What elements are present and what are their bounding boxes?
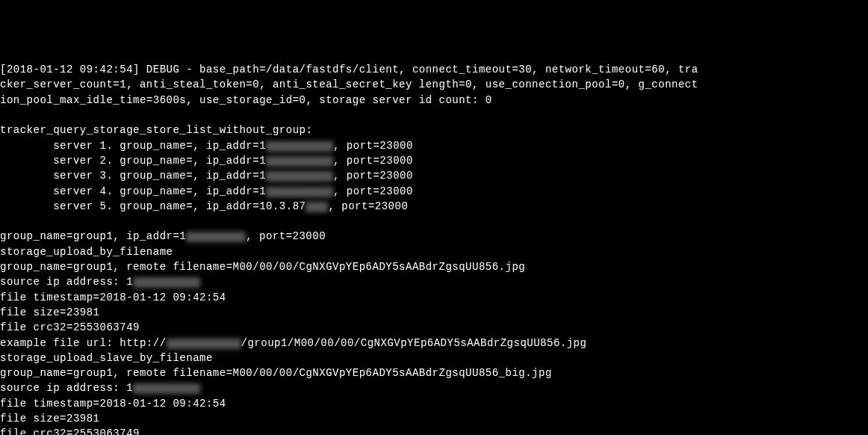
text: server 2. group_name=, ip_addr=1	[0, 155, 266, 167]
text: /group1/M00/00/00/CgNXGVpYEp6ADY5sAABdrZ…	[241, 337, 587, 349]
upload-slave: storage_upload_slave_by_filename	[0, 351, 868, 365]
debug-line: [2018-01-12 09:42:54] DEBUG - base_path=…	[0, 62, 868, 77]
blank-line	[0, 108, 868, 123]
redacted-ip	[266, 171, 333, 182]
terminal-output[interactable]: [2018-01-12 09:42:54] DEBUG - base_path=…	[0, 62, 868, 435]
remote-filename: group_name=group1, remote filename=M00/0…	[0, 259, 868, 274]
text: source ip address: 1	[0, 276, 133, 288]
server-entry: server 4. group_name=, ip_addr=1, port=2…	[0, 184, 868, 199]
file-timestamp: file timestamp=2018-01-12 09:42:54	[0, 396, 868, 411]
debug-line: cker_server_count=1, anti_steal_token=0,…	[0, 77, 868, 92]
text: server 1. group_name=, ip_addr=1	[0, 140, 266, 152]
file-crc32: file crc32=2553063749	[0, 426, 868, 435]
text: server 3. group_name=, ip_addr=1	[0, 170, 266, 182]
redacted-ip	[133, 277, 200, 288]
server-entry: server 3. group_name=, ip_addr=1, port=2…	[0, 168, 868, 183]
text: , port=23000	[328, 200, 408, 212]
text: , port=23000	[333, 140, 413, 152]
blank-line	[0, 214, 868, 229]
text: , port=23000	[333, 185, 413, 197]
text: , port=23000	[246, 230, 326, 242]
text: , port=23000	[333, 170, 413, 182]
source-ip: source ip address: 1	[0, 274, 868, 289]
redacted-ip	[133, 383, 200, 394]
server-entry: server 2. group_name=, ip_addr=1, port=2…	[0, 153, 868, 168]
remote-filename-big: group_name=group1, remote filename=M00/0…	[0, 365, 868, 380]
redacted-host	[167, 339, 241, 349]
file-crc32: file crc32=2553063749	[0, 320, 868, 335]
file-size: file size=23981	[0, 411, 868, 426]
text: , port=23000	[333, 155, 413, 167]
text: source ip address: 1	[0, 382, 133, 394]
redacted-ip	[266, 187, 333, 197]
text: example file url: http://	[0, 337, 167, 349]
source-ip: source ip address: 1	[0, 380, 868, 395]
debug-line: ion_pool_max_idle_time=3600s, use_storag…	[0, 93, 868, 108]
text: group_name=group1, ip_addr=1	[0, 230, 186, 242]
text: server 4. group_name=, ip_addr=1	[0, 185, 266, 197]
redacted-ip	[266, 141, 333, 152]
redacted-ip	[186, 232, 246, 242]
redacted-ip	[306, 202, 328, 212]
file-size: file size=23981	[0, 305, 868, 320]
upload-filename: storage_upload_by_filename	[0, 244, 868, 259]
server-entry: server 5. group_name=, ip_addr=10.3.87, …	[0, 199, 868, 214]
example-url: example file url: http:///group1/M00/00/…	[0, 336, 868, 351]
text: server 5. group_name=, ip_addr=10.3.87	[0, 200, 306, 212]
group-line: group_name=group1, ip_addr=1, port=23000	[0, 229, 868, 244]
file-timestamp: file timestamp=2018-01-12 09:42:54	[0, 290, 868, 305]
server-entry: server 1. group_name=, ip_addr=1, port=2…	[0, 138, 868, 153]
redacted-ip	[266, 156, 333, 167]
tracker-header: tracker_query_storage_store_list_without…	[0, 123, 868, 138]
